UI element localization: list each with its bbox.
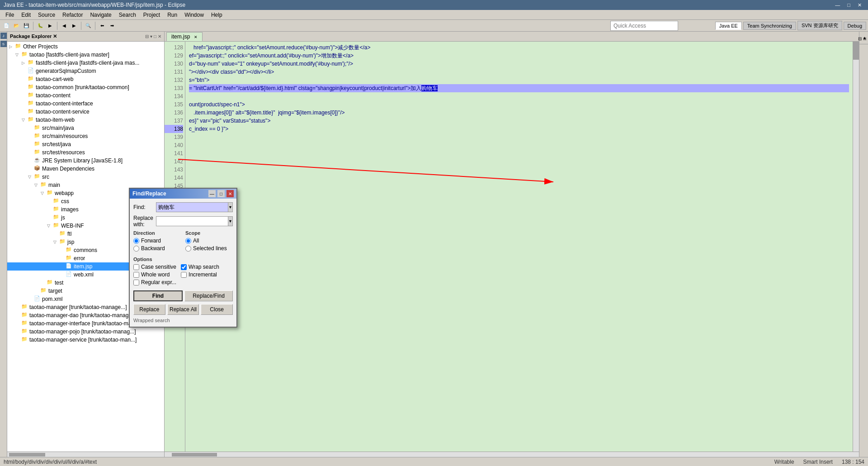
tree-item[interactable]: 📁 src/main/java [7, 124, 164, 132]
tree-label: src/main/resources [42, 133, 88, 139]
tree-item[interactable]: ▽ 📁 src [7, 173, 164, 181]
menu-search[interactable]: Search [115, 11, 140, 19]
editor-min-icon[interactable]: ⊟ [858, 36, 859, 41]
toolbar-back[interactable]: ◀ [60, 21, 69, 30]
menu-source[interactable]: Source [34, 11, 59, 19]
whole-word-check[interactable] [133, 272, 139, 278]
tree-label: error [74, 255, 85, 262]
find-replace-dialog[interactable]: Find/Replace — □ ✕ Find: ▼ Replace with:… [129, 188, 237, 328]
sidebar-max[interactable]: □ [154, 34, 156, 39]
tree-icon: 📁 [27, 108, 34, 115]
perspective-team-sync[interactable]: Team Synchronizing [743, 22, 796, 30]
toolbar-forward[interactable]: ▶ [70, 21, 79, 30]
perspective-svn[interactable]: SVN 资源库研究 [797, 21, 842, 30]
scope-col: Scope All Selected lines [185, 230, 233, 253]
find-dropdown[interactable]: ▼ [228, 202, 233, 212]
tree-item[interactable]: 📁 taotao-cart-web [7, 75, 164, 83]
toolbar-search[interactable]: 🔍 [84, 21, 93, 30]
tree-item[interactable]: 📁 taotao-manager-pojo [trunk/taotao-mana… [7, 328, 164, 336]
status-path: html/body/div/div/div/div/ul/li/div/a/#t… [4, 459, 97, 465]
toolbar-prev[interactable]: ⬅ [98, 21, 107, 30]
close-button[interactable]: Close [201, 304, 233, 315]
close-button[interactable]: ✕ [855, 2, 864, 9]
tree-item[interactable]: ☕ JRE System Library [JavaSE-1.8] [7, 157, 164, 165]
editor-tab-item-jsp[interactable]: item.jsp ✕ [166, 32, 203, 41]
replace-button[interactable]: Replace [133, 304, 165, 315]
all-label: All [193, 238, 199, 244]
backward-radio[interactable] [133, 246, 139, 252]
package-explorer-header: Package Explorer ✕ ⊟ ▾ □ ✕ [7, 32, 164, 42]
options-title: Options [133, 257, 233, 262]
line-number: 142 [165, 157, 183, 166]
toolbar-sep-4 [95, 22, 95, 30]
menu-edit[interactable]: Edit [18, 11, 34, 19]
wrap-search-check[interactable] [181, 264, 187, 270]
maximize-button[interactable]: □ [844, 2, 853, 9]
tree-item[interactable]: 📁 taotao-content [7, 91, 164, 100]
left-icon-2[interactable]: S [0, 41, 7, 47]
find-input[interactable] [156, 202, 228, 212]
tree-item[interactable]: 📁 taotao-manager-service [trunk/taotao-m… [7, 336, 164, 344]
menu-navigate[interactable]: Navigate [86, 11, 115, 19]
all-radio[interactable] [185, 238, 191, 244]
selected-lines-label: Selected lines [193, 245, 227, 252]
forward-radio[interactable] [133, 238, 139, 244]
toolbar-debug[interactable]: 🐛 [36, 21, 45, 30]
tree-icon: 📁 [33, 149, 41, 156]
scrollbar-thumb[interactable] [853, 42, 859, 60]
tree-item[interactable]: 📁 taotao-content-service [7, 108, 164, 116]
perspective-debug[interactable]: Debug [844, 22, 866, 30]
quick-access-input[interactable] [610, 21, 678, 31]
tree-item[interactable]: 📦 Maven Dependencies [7, 165, 164, 173]
toolbar-next[interactable]: ➡ [108, 21, 117, 30]
sidebar-menu[interactable]: ▾ [150, 34, 152, 39]
replace-all-button[interactable]: Replace All [167, 304, 199, 315]
menu-help[interactable]: Help [208, 11, 226, 19]
tree-item[interactable]: ▷ 📁 Other Projects [7, 43, 164, 51]
editor-scrollbar[interactable] [853, 42, 859, 452]
tab-close[interactable]: ✕ [194, 35, 198, 39]
tree-label: taotao-manager-pojo [trunk/taotao-manag.… [29, 328, 136, 335]
tree-icon: 📦 [33, 165, 41, 172]
menu-run[interactable]: Run [164, 11, 181, 19]
replace-find-button[interactable]: Replace/Find [184, 290, 233, 301]
toolbar-run[interactable]: ▶ [46, 21, 55, 30]
find-button[interactable]: Find [133, 290, 183, 301]
dialog-minimize-button[interactable]: — [208, 190, 216, 197]
left-icon-1[interactable]: J [0, 33, 7, 39]
sidebar-close[interactable]: ✕ [158, 34, 161, 39]
code-area[interactable]: href="javascript:;" onclick="setAmount.r… [185, 42, 853, 452]
tree-icon: 📁 [27, 100, 34, 107]
perspective-javaee[interactable]: Java EE [715, 22, 742, 30]
replace-input[interactable] [156, 216, 228, 226]
incremental-check[interactable] [181, 272, 187, 278]
replace-dropdown[interactable]: ▼ [228, 216, 233, 226]
tree-label: fastdfs-client-java [fastdfs-client-java… [36, 60, 139, 66]
menu-window[interactable]: Window [181, 11, 208, 19]
tree-item[interactable]: ▷ 📁 fastdfs-client-java [fastdfs-client-… [7, 59, 164, 67]
tree-item[interactable]: 📁 taotao-content-interface [7, 100, 164, 108]
regular-expr-check[interactable] [133, 280, 139, 285]
toolbar-save[interactable]: 💾 [22, 21, 31, 30]
tree-icon: 📁 [21, 320, 28, 327]
menu-refactor[interactable]: Refactor [59, 11, 86, 19]
minimize-button[interactable]: — [832, 2, 843, 9]
toolbar-sep-3 [81, 22, 81, 30]
tree-item[interactable]: ▽ 📁 taotao [fastdfs-client-java master] [7, 51, 164, 59]
dialog-close-button[interactable]: ✕ [226, 190, 234, 197]
toolbar-open[interactable]: 📂 [12, 21, 21, 30]
tree-item[interactable]: 📁 src/main/resources [7, 132, 164, 140]
case-sensitive-check[interactable] [133, 264, 139, 270]
menu-file[interactable]: File [2, 11, 18, 19]
toolbar-new[interactable]: 📄 [2, 21, 11, 30]
menu-project[interactable]: Project [140, 11, 164, 19]
sidebar-collapse[interactable]: ⊟ [145, 34, 149, 39]
dialog-restore-button[interactable]: □ [217, 190, 225, 197]
tree-item[interactable]: 📁 taotao-common [trunk/taotao-common] [7, 83, 164, 91]
tree-item[interactable]: ▽ 📁 taotao-item-web [7, 116, 164, 124]
tree-item[interactable]: 📁 src/test/resources [7, 148, 164, 157]
toolbar-sep-1 [33, 22, 33, 30]
selected-lines-radio[interactable] [185, 246, 191, 252]
tree-item[interactable]: 📄 generatorSqlmapCustom [7, 67, 164, 75]
tree-item[interactable]: 📁 src/test/java [7, 140, 164, 148]
